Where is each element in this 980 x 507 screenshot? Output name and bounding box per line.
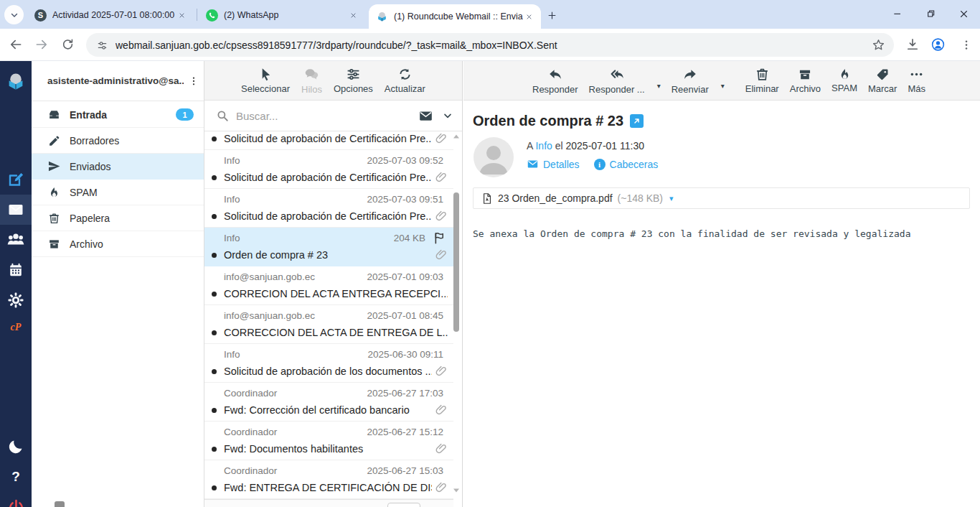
button-label: Archivo (790, 83, 821, 94)
archive-icon (47, 238, 61, 251)
new-tab-button[interactable] (542, 6, 561, 24)
message-date: 2025-07-03 09:51 (367, 194, 443, 205)
calendar-nav-button[interactable] (0, 255, 32, 285)
settings-nav-button[interactable] (0, 285, 32, 315)
unread-dot (212, 253, 217, 258)
reply-all-button[interactable]: Responder ... (589, 67, 645, 95)
forward-caret[interactable]: ▾ (721, 82, 725, 90)
sidebar-item-papelera[interactable]: Papelera (32, 205, 204, 231)
scroll-down-icon[interactable] (453, 487, 460, 494)
select-button[interactable]: Seleccionar (241, 67, 290, 94)
options-button[interactable]: Opciones (334, 67, 373, 94)
message-row[interactable]: Info2025-06-30 09:11 Solicitud de aproba… (204, 344, 453, 383)
scrollbar-thumb[interactable] (453, 192, 459, 332)
page-button[interactable] (387, 503, 420, 507)
search-options-chevron-icon[interactable] (442, 110, 453, 121)
minimize-button[interactable] (881, 0, 914, 27)
meta-connector: el (555, 140, 563, 152)
message-row[interactable]: Coordinador2025-06-27 15:03 Fwd: ENTREGA… (204, 460, 453, 499)
site-info-button[interactable] (96, 38, 108, 51)
search-input[interactable] (236, 110, 418, 122)
message-row[interactable]: Solicitud de aprobación de Certificación… (204, 131, 453, 150)
sidebar-item-enviados[interactable]: Enviados (32, 154, 204, 180)
more-button[interactable]: Más (908, 67, 925, 94)
reply-button[interactable]: Responder (532, 67, 578, 95)
forward-arrow-icon (34, 37, 49, 52)
profile-button[interactable] (930, 37, 946, 52)
sidebar-item-archivo[interactable]: Archivo (32, 231, 204, 257)
account-header[interactable]: asistente-administrativo@sa... (32, 61, 204, 101)
open-in-new-window-button[interactable] (630, 114, 644, 128)
bookmark-button[interactable] (872, 38, 885, 52)
tab-close-button[interactable] (523, 11, 535, 23)
recipient-link[interactable]: Info (535, 140, 552, 152)
message-subject: Solicitud de aprobación de Certificación… (224, 133, 432, 144)
url-input[interactable] (116, 39, 872, 51)
message-date: 2025-07-01 09:03 (367, 271, 443, 282)
tab-search-button[interactable] (4, 5, 24, 24)
spam-button[interactable]: SPAM (831, 68, 857, 93)
sidebar-item-spam[interactable]: SPAM (32, 180, 204, 205)
message-subject: Solicitud de aprobación de los documento… (224, 366, 432, 377)
kebab-menu-icon (188, 75, 199, 87)
dark-mode-button[interactable] (0, 432, 32, 462)
minimize-icon (892, 8, 903, 19)
unread-badge: 1 (176, 108, 194, 121)
pencil-icon (47, 134, 61, 147)
reload-button[interactable] (61, 37, 75, 51)
close-window-button[interactable] (947, 0, 980, 27)
forward-button[interactable] (34, 37, 49, 52)
plus-icon (547, 10, 557, 21)
message-row[interactable]: Coordinador2025-06-27 17:03 Fwd: Correcc… (204, 383, 453, 422)
sidebar-item-borradores[interactable]: Borradores (32, 128, 204, 154)
threads-button[interactable]: Hilos (301, 67, 322, 95)
restore-button[interactable] (914, 0, 947, 27)
folder-options-icon[interactable] (55, 501, 65, 507)
tab-whatsapp[interactable]: (2) WhatsApp (199, 3, 365, 27)
mark-button[interactable]: Marcar (868, 68, 897, 94)
delete-button[interactable]: Eliminar (745, 67, 779, 94)
logout-button[interactable] (0, 492, 32, 507)
message-subject: CORRECION DEL ACTA ENTREGA RECEPCI... (224, 288, 448, 299)
tab-close-button[interactable] (347, 9, 359, 22)
tab-close-button[interactable] (176, 9, 188, 22)
forward-button[interactable]: Reenviar (672, 67, 709, 95)
external-link-icon (631, 116, 642, 126)
mail-nav-button[interactable] (0, 195, 32, 225)
archive-button[interactable]: Archivo (790, 68, 821, 94)
account-menu-button[interactable] (188, 75, 199, 87)
contacts-nav-button[interactable] (0, 225, 32, 255)
cpanel-logo: cP (11, 322, 22, 333)
scroll-up-icon[interactable] (453, 133, 460, 140)
refresh-button[interactable]: Actualizar (385, 67, 425, 94)
message-row-selected[interactable]: Info204 KB Orden de compra # 23 (204, 228, 453, 266)
details-toggle[interactable]: Detalles (527, 158, 580, 170)
headers-toggle[interactable]: i Cabeceras (594, 159, 659, 170)
search-scope-mail-icon[interactable] (418, 108, 433, 124)
message-row[interactable]: Info2025-07-03 09:51 Solicitud de aproba… (204, 189, 453, 228)
subject-row: Orden de compra # 23 (473, 113, 644, 129)
whatsapp-favicon (206, 9, 218, 22)
sidebar-item-entrada[interactable]: Entrada 1 (32, 102, 204, 128)
back-button[interactable] (9, 37, 23, 52)
message-row[interactable]: Info2025-07-03 09:52 Solicitud de aproba… (204, 150, 453, 189)
close-icon (958, 8, 970, 20)
tab-actividad[interactable]: S Actividad 2025-07-01 08:00:00 (27, 3, 194, 27)
cpanel-button[interactable]: cP (0, 312, 32, 343)
reply-all-caret[interactable]: ▾ (657, 82, 661, 90)
browser-menu-button[interactable] (960, 38, 973, 52)
message-row[interactable]: info@sanjuan.gob.ec2025-07-01 08:45 CORR… (204, 305, 453, 344)
button-label: Eliminar (745, 83, 779, 94)
message-row[interactable]: info@sanjuan.gob.ec2025-07-01 09:03 CORR… (204, 266, 453, 305)
attachment-menu-caret[interactable]: ▾ (669, 194, 674, 203)
compose-button[interactable] (0, 164, 32, 195)
help-button[interactable]: ? (0, 462, 32, 492)
attachment-row[interactable]: 23 Orden_de_compra.pdf (~148 KB) ▾ (473, 187, 970, 209)
list-scrollbar[interactable] (452, 131, 461, 503)
downloads-button[interactable] (905, 37, 920, 52)
tab-roundcube-active[interactable]: (1) Roundcube Webmail :: Envia (369, 4, 541, 29)
message-row[interactable]: Coordinador2025-06-27 15:12 Fwd: Documen… (204, 422, 453, 460)
unread-dot (212, 447, 217, 452)
folder-label: SPAM (70, 187, 98, 198)
address-bar[interactable] (86, 33, 894, 57)
